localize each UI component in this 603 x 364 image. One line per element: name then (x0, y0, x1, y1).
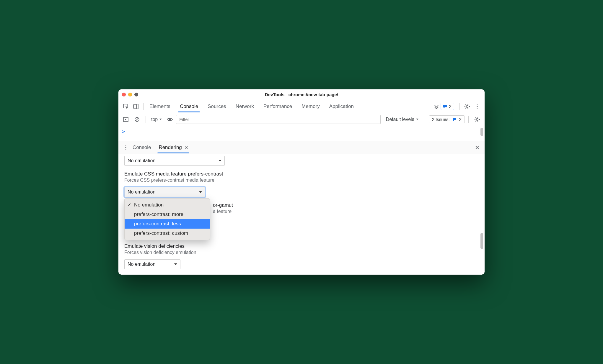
option-label: prefers-contrast: less (134, 221, 181, 227)
issues-label: 2 Issues: (432, 117, 450, 122)
section-title: Emulate vision deficiencies (124, 243, 479, 249)
chevron-down-icon (416, 119, 418, 120)
messages-count: 2 (449, 104, 452, 109)
select-value: No emulation (128, 189, 155, 195)
drawer-tabs: Console Rendering ✕ (132, 142, 189, 153)
issues-count: 2 (459, 117, 462, 122)
main-tabs: Elements Console Sources Network Perform… (149, 101, 354, 112)
chevron-down-icon (159, 119, 162, 120)
divider (468, 116, 469, 123)
vision-deficiency-select[interactable]: No emulation (124, 259, 180, 269)
drawer-tab-label: Rendering (159, 145, 182, 150)
console-toolbar: top Default levels 2 Issues: 2 (118, 113, 485, 126)
tab-console[interactable]: Console (179, 101, 199, 112)
option-prefers-contrast-more[interactable]: prefers-contrast: more (125, 210, 210, 219)
section-desc: Forces CSS prefers-contrast media featur… (124, 178, 479, 183)
svg-point-10 (169, 119, 171, 120)
scrollbar-thumb[interactable] (480, 233, 483, 249)
chevron-down-icon (219, 160, 221, 162)
messages-badge[interactable]: 2 (441, 103, 454, 110)
more-tabs-icon[interactable] (432, 101, 441, 112)
previous-feature-select[interactable]: No emulation (124, 156, 225, 166)
svg-point-14 (125, 148, 126, 149)
section-title: Emulate CSS media feature prefers-contra… (124, 171, 479, 177)
settings-gear-icon[interactable] (462, 101, 472, 112)
execution-context-select[interactable]: top (149, 116, 164, 123)
live-expression-eye-icon[interactable] (165, 114, 175, 124)
option-no-emulation[interactable]: ✓ No emulation (125, 200, 210, 210)
svg-rect-1 (133, 105, 136, 108)
drawer-more-menu-icon[interactable] (121, 142, 131, 153)
svg-point-12 (125, 145, 126, 146)
console-body[interactable]: > (118, 126, 485, 141)
chat-bubble-icon (443, 104, 447, 109)
option-label: prefers-contrast: more (134, 211, 183, 217)
svg-point-6 (477, 107, 477, 108)
window-title: DevTools - chrome://new-tab-page/ (118, 92, 485, 97)
close-icon[interactable]: ✕ (184, 145, 188, 150)
chevron-down-icon (199, 191, 202, 193)
svg-point-5 (477, 106, 477, 107)
drawer-close-icon[interactable] (472, 142, 482, 153)
filter-input[interactable] (176, 115, 380, 124)
scrollbar-thumb[interactable] (480, 128, 483, 136)
tab-elements[interactable]: Elements (149, 101, 171, 112)
inspect-element-icon[interactable] (121, 101, 131, 112)
svg-line-9 (136, 118, 138, 121)
section-title-tail: or-gamut (213, 202, 233, 208)
device-toolbar-icon[interactable] (131, 101, 141, 112)
section-desc-tail: a feature (213, 209, 232, 214)
clear-console-icon[interactable] (132, 114, 142, 124)
select-value: No emulation (128, 262, 155, 267)
section-desc: Forces vision deficiency emulation (124, 250, 479, 255)
option-prefers-contrast-custom[interactable]: prefers-contrast: custom (125, 229, 210, 238)
svg-point-4 (477, 104, 477, 105)
log-levels-label: Default levels (386, 117, 414, 122)
console-settings-gear-icon[interactable] (472, 114, 482, 124)
drawer-tabstrip: Console Rendering ✕ (118, 141, 485, 154)
prefers-contrast-options: ✓ No emulation prefers-contrast: more pr… (124, 198, 210, 240)
select-value: No emulation (128, 158, 155, 163)
main-tabstrip: Elements Console Sources Network Perform… (118, 100, 485, 113)
filter-wrap (176, 115, 380, 124)
devtools-window: DevTools - chrome://new-tab-page/ Elemen… (118, 89, 485, 275)
divider (425, 116, 425, 123)
option-label: No emulation (134, 202, 164, 208)
drawer-tab-label: Console (133, 145, 151, 150)
tab-network[interactable]: Network (235, 101, 255, 112)
issues-button[interactable]: 2 Issues: 2 (429, 115, 465, 123)
section-prefers-contrast: Emulate CSS media feature prefers-contra… (118, 166, 485, 187)
svg-point-13 (125, 147, 126, 148)
svg-point-3 (466, 105, 468, 107)
log-levels-select[interactable]: Default levels (386, 117, 418, 122)
prefers-contrast-select[interactable]: No emulation (124, 187, 205, 197)
tab-sources[interactable]: Sources (207, 101, 226, 112)
toggle-sidebar-icon[interactable] (121, 114, 131, 124)
rendering-panel: No emulation Emulate CSS media feature p… (118, 154, 485, 275)
more-menu-icon[interactable] (472, 101, 482, 112)
tab-memory[interactable]: Memory (301, 101, 320, 112)
drawer-tab-console[interactable]: Console (132, 142, 151, 153)
chevron-down-icon (174, 263, 177, 265)
svg-point-11 (476, 118, 478, 120)
option-prefers-contrast-less[interactable]: prefers-contrast: less (125, 219, 210, 229)
option-label: prefers-contrast: custom (134, 230, 188, 236)
drawer-tab-rendering[interactable]: Rendering ✕ (158, 142, 188, 153)
drawer: Console Rendering ✕ No emulation Emulate… (118, 141, 485, 275)
check-icon: ✓ (128, 202, 131, 207)
divider (143, 103, 144, 110)
console-prompt-icon: > (122, 128, 125, 135)
tab-performance[interactable]: Performance (263, 101, 293, 112)
svg-rect-2 (136, 104, 138, 109)
window-titlebar: DevTools - chrome://new-tab-page/ (118, 89, 485, 100)
chat-bubble-icon (452, 117, 457, 122)
divider (459, 103, 460, 110)
section-vision-deficiencies: Emulate vision deficiencies Forces visio… (118, 240, 485, 259)
tab-application[interactable]: Application (329, 101, 354, 112)
divider (146, 116, 146, 123)
execution-context-label: top (151, 117, 158, 122)
